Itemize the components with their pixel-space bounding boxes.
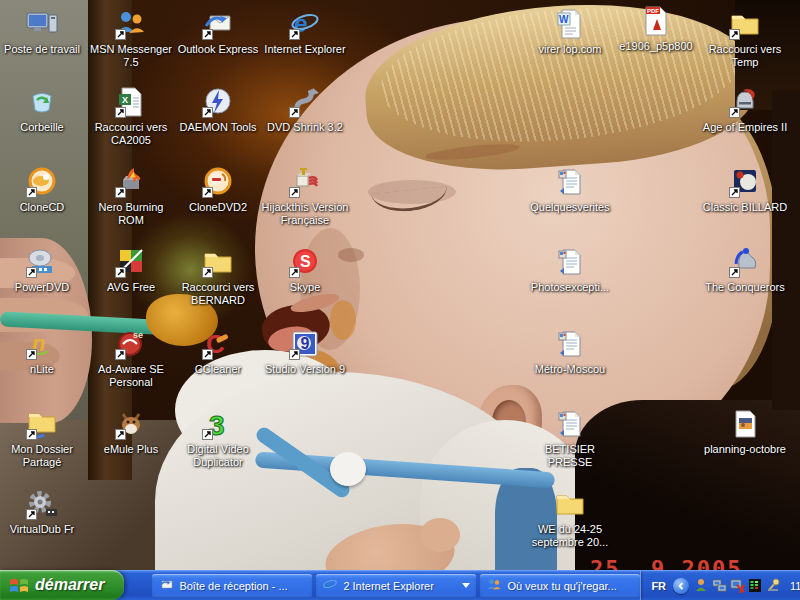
- desktop-icon-classic-billard[interactable]: Classic BILLARD: [699, 166, 791, 214]
- word-doc-icon: W: [554, 8, 586, 40]
- shortcut-arrow-icon: [202, 267, 213, 278]
- windows-logo-icon: [9, 576, 29, 594]
- desktop-icon-label: Raccourci vers Temp: [699, 43, 791, 69]
- tray-icons: [694, 578, 781, 593]
- virtualdub-icon: [26, 488, 58, 520]
- desktop-icon-quelquesverites[interactable]: Quelquesverites: [524, 166, 616, 214]
- desktop-icon-raccourci-vers-temp[interactable]: Raccourci vers Temp: [699, 8, 791, 69]
- task-scheduler-icon[interactable]: [766, 578, 781, 593]
- shortcut-arrow-icon: [729, 29, 740, 40]
- desktop-icon-raccourci-vers-bernard[interactable]: Raccourci vers BERNARD: [172, 246, 264, 307]
- desktop-icon-betisier-presse[interactable]: BETISIER PRESSE: [524, 408, 616, 469]
- taskbar-button-boite-de-reception[interactable]: Boîte de réception - ...: [152, 574, 312, 598]
- shortcut-arrow-icon: [26, 349, 37, 360]
- start-button[interactable]: démarrer: [0, 570, 124, 600]
- desktop-icon-label: AVG Free: [107, 281, 155, 294]
- desktop-icon-hijackthis-version-francaise[interactable]: Hijackthis Version Française: [259, 166, 351, 227]
- shortcut-arrow-icon: [202, 29, 213, 40]
- desktop-icon-label: Internet Explorer: [264, 43, 345, 56]
- desktop-icon-digital-video-duplicator[interactable]: 3Digital Video Duplicator: [172, 408, 264, 469]
- svg-text:W: W: [559, 14, 569, 25]
- desktop-icon-planning-octobre[interactable]: planning-octobre: [699, 408, 791, 456]
- desktop-icon-label: Métro-Moscou: [535, 363, 605, 376]
- desktop-icon-label: Raccourci vers BERNARD: [172, 281, 264, 307]
- outlook-express-icon: [202, 8, 234, 40]
- desktop-icon-label: virer lop.com: [539, 43, 602, 56]
- shortcut-arrow-icon: [202, 429, 213, 440]
- desktop-icon-dvd-shrink-3-2[interactable]: DVD Shrink 3.2: [259, 86, 351, 134]
- recycle-bin-icon: [26, 86, 58, 118]
- desktop-icon-virer-lop-com[interactable]: Wvirer lop.com: [524, 8, 616, 56]
- shortcut-arrow-icon: [289, 29, 300, 40]
- clonecd-icon: [26, 166, 58, 198]
- desktop-icon-label: PowerDVD: [15, 281, 69, 294]
- shortcut-arrow-icon: [289, 107, 300, 118]
- desktop-icon-e1906-p5p800[interactable]: PDFe1906_p5p800: [610, 5, 702, 53]
- svg-text:S: S: [300, 253, 311, 270]
- desktop-icon-age-of-empires-ii[interactable]: Age of Empires II: [699, 86, 791, 134]
- desktop-icon-nlite[interactable]: nnLite: [0, 328, 88, 376]
- shortcut-arrow-icon: [729, 267, 740, 278]
- conquerors-icon: [729, 246, 761, 278]
- avg-icon: [115, 246, 147, 278]
- desktop-icon-photosexcepti[interactable]: Photosexcepti...: [524, 246, 616, 294]
- desktop-icon-poste-de-travail[interactable]: Poste de travail: [0, 8, 88, 56]
- hide-icons-chevron[interactable]: [673, 578, 689, 594]
- desktop-icon-clonecd[interactable]: CloneCD: [0, 166, 88, 214]
- start-button-label: démarrer: [35, 576, 104, 594]
- shortcut-arrow-icon: [729, 187, 740, 198]
- folder-icon: [554, 488, 586, 520]
- taskbar-button-ou-veux-tu-qu-j-regar[interactable]: Où veux tu qu'j'regar...: [480, 574, 640, 598]
- desktop-icon-corbeille[interactable]: Corbeille: [0, 86, 88, 134]
- desktop-icon-label: Outlook Express: [178, 43, 259, 56]
- desktop-icon-the-conquerors[interactable]: The Conquerors: [699, 246, 791, 294]
- shortcut-arrow-icon: [115, 429, 126, 440]
- aoe2-icon: [729, 86, 761, 118]
- desktop-icon-label: Hijackthis Version Française: [259, 201, 351, 227]
- shortcut-arrow-icon: [202, 107, 213, 118]
- text-doc-icon: [554, 408, 586, 440]
- network-offline-icon[interactable]: [730, 578, 745, 593]
- messenger-status-icon[interactable]: [694, 578, 709, 593]
- desktop-icon-studio-version-9[interactable]: 9Studio Version 9: [259, 328, 351, 376]
- desktop-icon-we-du-24-25-septembre-20[interactable]: WE du 24-25 septembre 20...: [524, 488, 616, 549]
- desktop-icon-emule-plus[interactable]: eMule Plus: [85, 408, 177, 456]
- language-indicator[interactable]: FR: [651, 580, 666, 592]
- network-connections-icon[interactable]: [712, 578, 727, 593]
- desktop-icon-label: CloneCD: [20, 201, 65, 214]
- desktop-icon-ccleaner[interactable]: CCCleaner: [172, 328, 264, 376]
- desktop-icon-virtualdub-fr[interactable]: VirtualDub Fr: [0, 488, 88, 536]
- dvd3-icon: 3: [202, 408, 234, 440]
- shortcut-arrow-icon: [26, 509, 37, 520]
- shortcut-arrow-icon: [729, 107, 740, 118]
- desktop-icon-daemon-tools[interactable]: DAEMON Tools: [172, 86, 264, 134]
- shared-folder-icon: [26, 408, 58, 440]
- taskbar-button-2-internet-explorer[interactable]: e2 Internet Explorer: [316, 574, 476, 598]
- pdf-doc-icon: PDF: [640, 5, 672, 37]
- desktop-icon-msn-messenger-7-5[interactable]: MSN Messenger 7.5: [85, 8, 177, 69]
- text-doc-icon: [554, 328, 586, 360]
- shortcut-arrow-icon: [202, 349, 213, 360]
- desktop-icon-label: Poste de travail: [4, 43, 80, 56]
- shortcut-arrow-icon: [115, 267, 126, 278]
- shortcut-arrow-icon: [202, 187, 213, 198]
- desktop-icon-metro-moscou[interactable]: Métro-Moscou: [524, 328, 616, 376]
- desktop-icon-ad-aware-se-personal[interactable]: seAd-Aware SE Personal: [85, 328, 177, 389]
- internet-explorer-icon: e: [322, 577, 338, 595]
- desktop-icon-internet-explorer[interactable]: eInternet Explorer: [259, 8, 351, 56]
- desktop-icon-clonedvd2[interactable]: CloneDVD2: [172, 166, 264, 214]
- desktop-icon-powerdvd[interactable]: PowerDVD: [0, 246, 88, 294]
- outlook-express-icon: [158, 577, 174, 595]
- desktop-icon-skype[interactable]: SSkype: [259, 246, 351, 294]
- desktop-icon-label: nLite: [30, 363, 54, 376]
- shortcut-arrow-icon: [115, 29, 126, 40]
- desktop-icon-avg-free[interactable]: AVG Free: [85, 246, 177, 294]
- desktop-icon-outlook-express[interactable]: Outlook Express: [172, 8, 264, 56]
- traffic-meter-icon[interactable]: [748, 578, 763, 593]
- desktop-icon-mon-dossier-partage[interactable]: Mon Dossier Partagé: [0, 408, 88, 469]
- skype-icon: S: [289, 246, 321, 278]
- internet-explorer-icon: e: [289, 8, 321, 40]
- desktop-icon-raccourci-vers-ca2005[interactable]: XRaccourci vers CA2005: [85, 86, 177, 147]
- desktop-icon-nero-burning-rom[interactable]: Nero Burning ROM: [85, 166, 177, 227]
- desktop-icon-label: eMule Plus: [104, 443, 158, 456]
